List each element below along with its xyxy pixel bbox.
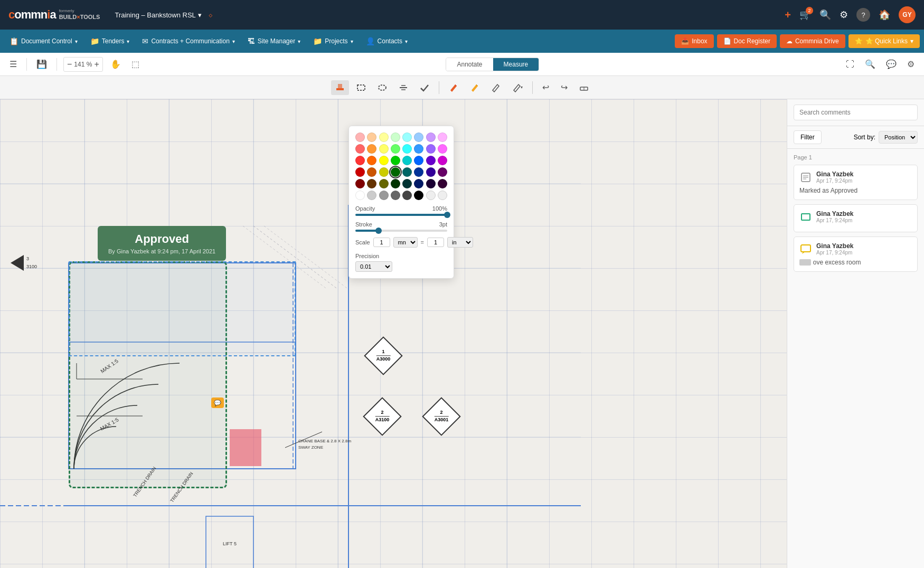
color-swatch[interactable]: [426, 179, 436, 188]
color-swatch[interactable]: [391, 191, 400, 200]
color-swatch[interactable]: [367, 179, 376, 188]
pen-down-tool[interactable]: ▾: [508, 80, 527, 95]
inbox-button[interactable]: 📥 Inbox: [675, 34, 713, 48]
undo-button[interactable]: ↩: [538, 80, 553, 95]
zoom-in-button[interactable]: +: [94, 60, 99, 69]
quick-links-button[interactable]: ⭐ ⭐ Quick Links ▾: [848, 34, 920, 48]
color-swatch[interactable]: [355, 132, 365, 142]
color-swatch[interactable]: [367, 191, 376, 200]
sort-select[interactable]: Position Date Author: [879, 131, 918, 144]
save-button[interactable]: 💾: [33, 57, 50, 71]
color-swatch[interactable]: [379, 191, 389, 200]
color-swatch[interactable]: [379, 156, 389, 165]
color-swatch[interactable]: [367, 144, 376, 154]
color-swatch[interactable]: [426, 132, 436, 142]
color-swatch[interactable]: [414, 144, 423, 154]
color-swatch[interactable]: [414, 132, 423, 142]
zoom-control[interactable]: − 141 % +: [63, 57, 103, 72]
notifications-button[interactable]: 🛒 2: [799, 9, 811, 21]
color-swatch[interactable]: [438, 191, 447, 200]
doc-register-button[interactable]: 📄 Doc Register: [717, 34, 777, 48]
color-swatch[interactable]: [379, 132, 389, 142]
stroke-slider[interactable]: [355, 230, 447, 232]
color-swatch[interactable]: [367, 167, 376, 177]
color-swatch[interactable]: [414, 156, 423, 165]
color-swatch[interactable]: [379, 179, 389, 188]
color-swatch[interactable]: [367, 132, 376, 142]
color-swatch[interactable]: [355, 191, 365, 200]
pencil2-tool[interactable]: [466, 80, 484, 95]
scale-input-1[interactable]: [373, 238, 390, 247]
sidebar-toggle-button[interactable]: ☰: [6, 57, 20, 71]
pencil-tool[interactable]: [445, 80, 463, 95]
redo-button[interactable]: ↪: [557, 80, 572, 95]
color-swatch[interactable]: [438, 179, 447, 188]
color-swatch[interactable]: [402, 144, 412, 154]
avatar-button[interactable]: GY: [899, 6, 916, 23]
color-swatch[interactable]: [391, 132, 400, 142]
color-swatch[interactable]: [391, 156, 400, 165]
pan-button[interactable]: ✋: [107, 57, 124, 71]
color-swatch[interactable]: [426, 156, 436, 165]
color-swatch[interactable]: [438, 156, 447, 165]
color-swatch[interactable]: [355, 167, 365, 177]
color-swatch[interactable]: [402, 179, 412, 188]
nav-contracts-communication[interactable]: ✉ Contracts + Communication ▾: [137, 34, 240, 49]
scale-unit-1[interactable]: mn ft m: [393, 237, 418, 248]
annotate-tab[interactable]: Annotate: [446, 58, 493, 71]
home-button[interactable]: 🏠: [879, 9, 890, 21]
nav-contacts[interactable]: 👤 Contacts ▾: [361, 34, 413, 49]
measure-tab[interactable]: Measure: [493, 58, 539, 71]
settings-button[interactable]: ⚙: [840, 9, 848, 21]
opacity-slider[interactable]: [355, 214, 447, 216]
nav-tenders[interactable]: 📁 Tenders ▾: [85, 34, 135, 49]
rectangle-tool[interactable]: [352, 80, 370, 95]
color-swatch[interactable]: [391, 144, 400, 154]
search-doc-button[interactable]: 🔍: [862, 57, 879, 71]
chat-annotation-pin[interactable]: 💬: [211, 397, 224, 408]
color-swatch[interactable]: [402, 191, 412, 200]
color-swatch[interactable]: [355, 179, 365, 188]
scale-unit-2[interactable]: in cm mm: [447, 237, 473, 248]
erase-button[interactable]: [575, 80, 593, 95]
ellipse-tool[interactable]: [373, 80, 391, 95]
checkmark-tool[interactable]: [416, 80, 433, 95]
help-button[interactable]: ?: [856, 8, 870, 22]
project-selector[interactable]: Training – Bankstown RSL ▾: [115, 11, 201, 19]
filter-icon[interactable]: ⬦: [208, 10, 213, 20]
color-swatch[interactable]: [391, 167, 400, 177]
add-button[interactable]: +: [785, 9, 791, 21]
nav-projects[interactable]: 📁 Projects ▾: [308, 34, 358, 49]
comment-card-3[interactable]: Gina Yazbek Apr 17, 9:24pm ove ove exces…: [794, 236, 918, 272]
color-swatch[interactable]: [355, 156, 365, 165]
comment-card-1[interactable]: Gina Yazbek Apr 17, 9:24pm Marked as App…: [794, 165, 918, 200]
pen-tool[interactable]: [487, 80, 505, 95]
comment-card-2[interactable]: Gina Yazbek Apr 17, 9:24pm: [794, 204, 918, 232]
highlight-tool[interactable]: [331, 80, 349, 95]
color-swatch[interactable]: [379, 144, 389, 154]
comments-search-input[interactable]: [794, 105, 918, 120]
strikethrough-tool[interactable]: [394, 80, 412, 95]
color-swatch[interactable]: [438, 132, 447, 142]
color-swatch[interactable]: [367, 156, 376, 165]
comment-button[interactable]: 💬: [883, 57, 900, 71]
commnia-drive-button[interactable]: ☁ Commnia Drive: [780, 34, 845, 48]
color-swatch[interactable]: [426, 167, 436, 177]
color-swatch[interactable]: [402, 156, 412, 165]
color-swatch[interactable]: [438, 144, 447, 154]
fullscreen-button[interactable]: ⛶: [843, 58, 857, 71]
color-swatch[interactable]: [414, 167, 423, 177]
scale-input-2[interactable]: [427, 238, 444, 247]
select-button[interactable]: ⬚: [128, 57, 143, 71]
drawing-area[interactable]: LIFT 5 CRANE BASE & 2.8 X 2.8m SWAY ZONE…: [0, 99, 787, 568]
nav-site-manager[interactable]: 🏗 Site Manager ▾: [242, 34, 306, 49]
color-swatch[interactable]: [402, 167, 412, 177]
filter-button[interactable]: Filter: [794, 130, 822, 144]
color-swatch[interactable]: [426, 144, 436, 154]
color-swatch[interactable]: [391, 179, 400, 188]
color-swatch[interactable]: [414, 179, 423, 188]
color-swatch[interactable]: [355, 144, 365, 154]
doc-settings-button[interactable]: ⚙: [904, 57, 918, 71]
nav-document-control[interactable]: 📋 Document Control ▾: [4, 34, 83, 49]
precision-select[interactable]: 0.01 0.1 1: [355, 261, 392, 272]
